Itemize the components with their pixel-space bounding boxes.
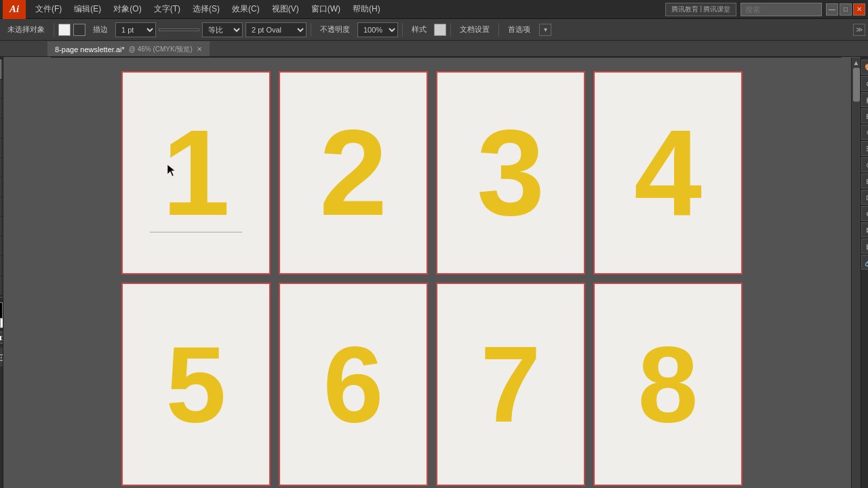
menu-edit[interactable]: 编辑(E) [68,2,106,16]
right-panel-btn-8[interactable]: ⊟ [861,174,868,188]
right-panel-btn-1[interactable]: 🎨 [861,60,868,75]
stroke-width-select[interactable]: 1 pt [115,22,156,37]
main-layout: ▸ ↖ ✒ T ╱ □ ✏ ⬛ ↺ ⤢ 〜 ⊞ ⊕ ⊡ ⊞ ⊟ [0,57,868,488]
right-panel-btn-7[interactable]: ⊙ [861,157,868,172]
right-panel-btn-10[interactable]: ⊕ [861,206,868,221]
menu-window[interactable]: 窗口(W) [306,2,346,16]
canvas-wrapper: 100 200 300 400 100 200 [3,57,861,488]
page-1-underline [150,232,242,232]
canvas-area: 1 2 3 4 [13,58,851,488]
menu-text[interactable]: 文字(T) [149,2,186,16]
pencil-tool[interactable]: ✏ [0,119,1,138]
zoom-tool[interactable]: 🔍 [0,276,1,295]
rotate-tool[interactable]: ↺ [0,138,1,157]
divider-4 [450,23,451,37]
divider-3 [402,23,403,37]
close-button[interactable]: ✕ [853,3,865,16]
page-6[interactable]: 6 [279,283,428,486]
stroke-label: 描边 [88,22,113,37]
right-panel-btn-12[interactable]: ▤ [861,239,868,253]
page-5[interactable]: 5 [121,283,271,486]
right-panel-btn-6[interactable]: ☰ [861,141,868,156]
fill-swatch[interactable] [58,24,71,36]
canvas-content: 1 2 3 4 [13,58,851,488]
canvas-row: 100 200 1 2 3 [3,58,861,488]
right-panel: 🎨 ⊘ ▣ ⊞ ≡ ☰ ⊙ ⊟ ⊡ ⊕ ⊠ ▤ 🔗 [861,57,868,488]
document-tab[interactable]: 8-page newsletter.ai* @ 46% (CMYK/预览) ✕ [47,41,210,56]
tab-bar: 8-page newsletter.ai* @ 46% (CMYK/预览) ✕ [0,41,868,57]
chart-tool[interactable]: 📊 [0,237,1,256]
maximize-button[interactable]: □ [840,3,852,16]
menu-select[interactable]: 选择(S) [187,2,225,16]
right-panel-btn-4[interactable]: ⊞ [861,108,868,123]
menu-object[interactable]: 对象(O) [108,2,146,16]
tab-view-info: @ 46% (CMYK/预览) [129,45,193,54]
tab-filename: 8-page newsletter.ai* [55,45,125,54]
selection-label: 未选择对象 [3,22,50,37]
artboard-tool[interactable]: ⊠ [0,256,1,275]
shape-builder-tool[interactable]: ⊕ [0,178,1,197]
menu-file[interactable]: 文件(F) [30,2,67,16]
page-8[interactable]: 8 [593,283,743,486]
divider-5 [498,23,499,37]
right-panel-btn-5[interactable]: ≡ [861,125,868,140]
scroll-thumb[interactable] [853,68,860,102]
vertical-scrollbar[interactable]: ▲ ▼ [851,58,861,488]
pen-tool[interactable]: ✒ [0,79,1,98]
page-number-5: 5 [166,330,226,439]
window-controls: 腾讯教育 | 腾讯课堂 — □ ✕ [665,3,865,16]
style-swatch[interactable] [434,24,446,36]
doc-settings-btn[interactable]: 文档设置 [455,22,494,37]
menu-help[interactable]: 帮助(H) [347,2,386,16]
page-2[interactable]: 2 [279,71,428,274]
right-panel-btn-2[interactable]: ⊘ [861,76,868,91]
right-panel-btn-3[interactable]: ▣ [861,92,868,107]
page-number-8: 8 [638,330,698,439]
selection-tool[interactable]: ▸ [0,60,1,79]
menu-view[interactable]: 视图(V) [267,2,304,16]
menu-bar: Ai 文件(F) 编辑(E) 对象(O) 文字(T) 选择(S) 效果(C) 视… [0,0,868,19]
foreground-color-swatch[interactable] [0,302,3,319]
opacity-select[interactable]: 100% [357,22,398,37]
page-number-4: 4 [634,112,702,234]
minimize-button[interactable]: — [826,3,838,16]
page-number-1: 1 [162,112,230,234]
opacity-label: 不透明度 [315,22,355,37]
eyedropper-tool[interactable]: 💧 [0,217,1,236]
divider-1 [54,23,54,37]
page-1[interactable]: 1 [121,71,271,274]
app-logo: Ai [3,0,26,19]
page-4[interactable]: 4 [593,71,743,274]
preferences-btn[interactable]: 首选项 [503,22,535,37]
right-panel-btn-11[interactable]: ⊠ [861,222,868,237]
scroll-up-btn[interactable]: ▲ [853,59,860,66]
page-number-2: 2 [319,112,387,234]
divider-2 [311,23,311,37]
style-label: 样式 [407,22,431,37]
toolbar-options-btn[interactable]: ▾ [539,24,551,36]
panel-toggle-btn[interactable]: ≫ [853,24,865,36]
page-number-6: 6 [323,330,384,439]
page-number-3: 3 [477,112,545,234]
page-3[interactable]: 3 [436,71,585,274]
tab-close-btn[interactable]: ✕ [197,45,202,53]
menu-effect[interactable]: 效果(C) [226,2,265,16]
properties-toolbar: 未选择对象 描边 1 pt 等比 2 pt Oval 不透明度 100% 样式 … [0,19,868,41]
line-tool[interactable]: ╱ [0,99,1,118]
right-panel-btn-13[interactable]: 🔗 [861,255,868,270]
right-panel-btn-9[interactable]: ⊡ [861,190,868,205]
mesh-tool[interactable]: ⊞ [0,197,1,216]
warp-tool[interactable]: 〜 [0,158,1,177]
search-input[interactable] [741,3,822,16]
stroke-effect-select[interactable]: 2 pt Oval [245,22,307,37]
stroke-preview [159,28,199,31]
stroke-style-select[interactable]: 等比 [202,22,243,37]
page-number-7: 7 [481,330,541,439]
stroke-swatch[interactable] [73,24,85,36]
page-7[interactable]: 7 [436,283,585,486]
